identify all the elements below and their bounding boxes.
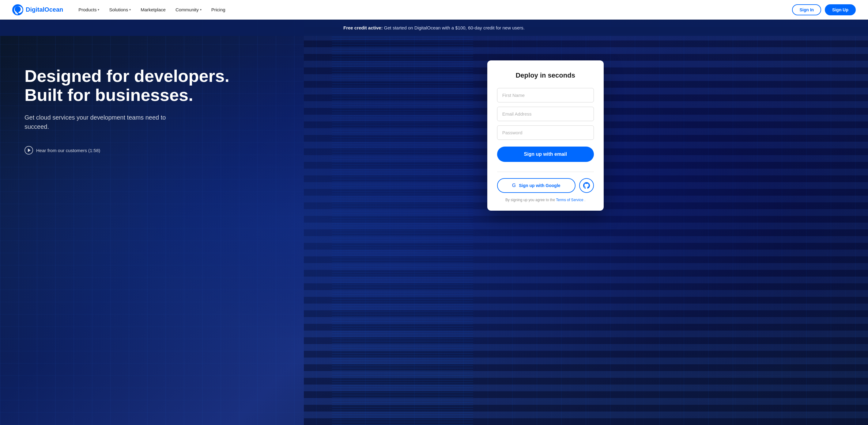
navbar: DigitalOcean Products ▾ Solutions ▾ Mark… (0, 0, 868, 20)
hero-left: Designed for developers. Built for busin… (25, 60, 475, 154)
email-signup-button[interactable]: Sign up with email (497, 147, 594, 162)
navbar-actions: Sign In Sign Up (792, 4, 856, 15)
signup-card: Deploy in seconds Sign up with email G S… (487, 60, 604, 211)
logo-text: DigitalOcean (26, 6, 63, 13)
divider (497, 172, 594, 172)
nav-community[interactable]: Community ▾ (171, 5, 206, 15)
first-name-input[interactable] (497, 88, 594, 103)
logo-icon (12, 4, 23, 15)
video-link[interactable]: Hear from our customers (1:58) (25, 146, 475, 154)
play-icon (25, 146, 33, 154)
tos-text: By signing up you agree to the Terms of … (497, 198, 594, 202)
signin-button[interactable]: Sign In (792, 4, 821, 15)
logo[interactable]: DigitalOcean (12, 4, 63, 15)
google-signup-label: Sign up with Google (519, 183, 560, 188)
play-triangle (28, 148, 31, 152)
github-signup-button[interactable] (579, 178, 594, 193)
chevron-down-icon: ▾ (200, 8, 202, 11)
hero-subheading: Get cloud services your development team… (25, 113, 172, 131)
first-name-group (497, 88, 594, 103)
chevron-down-icon: ▾ (98, 8, 99, 11)
social-buttons: G Sign up with Google (497, 178, 594, 193)
promo-bold-text: Free credit active: (343, 25, 382, 30)
video-link-label: Hear from our customers (1:58) (36, 148, 100, 153)
password-group (497, 125, 594, 140)
hero-heading: Designed for developers. Built for busin… (25, 66, 475, 104)
tos-link[interactable]: Terms of Service (556, 198, 583, 202)
google-g-icon: G (512, 183, 516, 188)
hero-content: Designed for developers. Built for busin… (0, 36, 868, 425)
hero-section: Free credit active: Get started on Digit… (0, 20, 868, 425)
promo-banner: Free credit active: Get started on Digit… (0, 20, 868, 36)
promo-text: Get started on DigitalOcean with a $100,… (384, 25, 525, 30)
nav-marketplace[interactable]: Marketplace (136, 5, 170, 15)
signup-button[interactable]: Sign Up (825, 4, 856, 15)
google-signup-button[interactable]: G Sign up with Google (497, 178, 576, 193)
nav-solutions[interactable]: Solutions ▾ (105, 5, 135, 15)
nav-products[interactable]: Products ▾ (74, 5, 103, 15)
nav-menu: Products ▾ Solutions ▾ Marketplace Commu… (74, 5, 792, 15)
password-input[interactable] (497, 125, 594, 140)
chevron-down-icon: ▾ (129, 8, 131, 11)
email-group (497, 107, 594, 121)
nav-pricing[interactable]: Pricing (207, 5, 230, 15)
signup-card-title: Deploy in seconds (497, 72, 594, 79)
email-input[interactable] (497, 107, 594, 121)
github-icon (583, 182, 590, 189)
